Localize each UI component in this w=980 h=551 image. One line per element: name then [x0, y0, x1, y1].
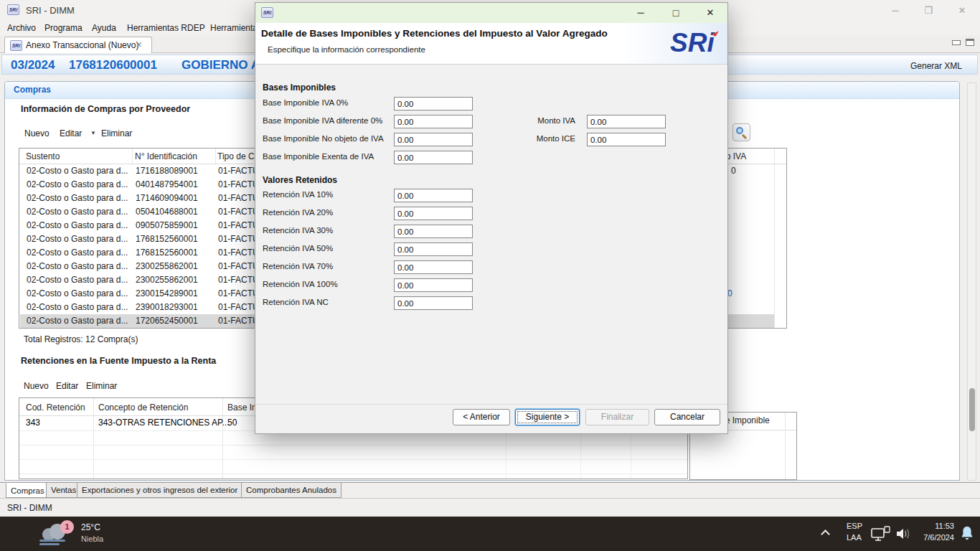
menu-archivo[interactable]: Archivo [7, 23, 36, 33]
row-divider [19, 474, 687, 474]
tray-time[interactable]: 11:53 [920, 522, 954, 530]
search-button[interactable] [732, 123, 750, 141]
maximize-view-icon[interactable] [966, 39, 974, 46]
bottom-tab-exportaciones[interactable]: Exportaciones y otros ingresos del exter… [77, 483, 242, 498]
screen: SRi SRI - DIMM ─ ❐ ✕ Archivo Programa Ay… [0, 0, 980, 551]
col-identificacion[interactable]: N° Identificación [135, 151, 197, 161]
retencion-iva-30-input[interactable] [394, 225, 473, 238]
dialog-titlebar: SRi ─ □ ✕ [255, 3, 727, 23]
notification-badge: 1 [60, 520, 74, 534]
dialog-minimize-icon[interactable]: ─ [632, 6, 649, 19]
row-divider [19, 445, 687, 446]
tray-chevron-icon[interactable] [821, 529, 830, 539]
search-icon [736, 127, 743, 134]
retencion-iva-50-input[interactable] [394, 242, 473, 256]
tab-anexo-transaccional[interactable]: SRi Anexo Transaccional (Nuevo) ✕ [4, 37, 152, 53]
restore-window-icon[interactable]: ❐ [918, 4, 939, 17]
language-indicator-line1[interactable]: ESP [847, 522, 862, 530]
network-icon[interactable] [871, 526, 891, 543]
total-registros: Total Registros: 12 Compra(s) [24, 334, 138, 344]
monto-ice-input[interactable] [587, 133, 666, 146]
retencion-iva-20-input[interactable] [394, 207, 473, 220]
generar-xml-button[interactable]: Generar XML [910, 61, 962, 71]
menu-herramientas-rdep[interactable]: Herramientas RDEP [127, 23, 205, 33]
weather-temp: 25°C [81, 522, 100, 532]
tab-icon: SRi [10, 40, 22, 51]
menu-programa[interactable]: Programa [44, 23, 83, 33]
status-text: SRI - DIMM [7, 503, 52, 513]
compras-editar-button[interactable]: Editar [60, 128, 82, 138]
base-exenta-input[interactable] [394, 151, 473, 164]
monto-iva-cell: 0 [731, 166, 736, 176]
compras-section-label[interactable]: Compras [14, 85, 51, 95]
dialog-icon: SRi [261, 7, 273, 18]
finalizar-button[interactable]: Finalizar [585, 409, 649, 425]
col-cod-retencion[interactable]: Cod. Retención [26, 402, 85, 413]
sri-logo: SRi [670, 25, 726, 61]
language-indicator-line2[interactable]: LAA [847, 533, 862, 542]
col-divider [785, 413, 786, 479]
dialog-header: Detalle de Bases Imponibles y Retencione… [255, 23, 727, 65]
compras-eliminar-button[interactable]: Eliminar [101, 128, 132, 138]
retencion-iva-10-input[interactable] [394, 189, 473, 202]
app-icon: SRi [7, 4, 19, 15]
dialog-maximize-icon[interactable]: □ [667, 6, 684, 19]
field-label: Retención IVA 50% [263, 244, 333, 253]
bottom-tab-ventas[interactable]: Ventas [46, 483, 81, 498]
tray-date[interactable]: 7/6/2024 [913, 533, 954, 542]
cancelar-button[interactable]: Cancelar [654, 409, 720, 425]
dialog-subtitle: Especifique la información correspondien… [268, 45, 425, 54]
compras-nuevo-button[interactable]: Nuevo [24, 128, 50, 138]
base-no-objeto-input[interactable] [394, 133, 473, 146]
notification-bell-icon[interactable] [960, 525, 974, 542]
field-label: Retención IVA 30% [263, 226, 333, 235]
weather-widget[interactable]: 1 25°C Niebla [0, 517, 187, 551]
retenidos-heading: Valores Retenidos [263, 175, 337, 185]
ret-eliminar-button[interactable]: Eliminar [86, 381, 117, 391]
speaker-icon[interactable] [895, 527, 913, 541]
entity-name: GOBIERNO A [182, 58, 260, 72]
monto-ice-label: Monto ICE [521, 134, 575, 143]
siguiente-button[interactable]: Siguiente > [515, 409, 580, 425]
bottom-tabstrip: Compras Ventas Exportaciones y otros ing… [0, 482, 980, 498]
dialog-title: Detalle de Bases Imponibles y Retencione… [261, 28, 608, 39]
col-divider [132, 149, 133, 164]
field-label: Retención IVA 70% [263, 262, 333, 270]
tab-close-icon[interactable]: ✕ [136, 40, 142, 50]
monto-iva-input[interactable] [587, 115, 666, 128]
bottom-tab-comprobantes-anulados[interactable]: Comprobantes Anulados [241, 483, 341, 498]
field-label: Base Imponible IVA 0% [263, 98, 348, 107]
base-iva-0-input[interactable] [394, 97, 473, 110]
field-label: Base Imponible IVA diferente 0% [263, 116, 382, 125]
col-divider [222, 398, 223, 479]
bottom-tab-compras[interactable]: Compras [6, 483, 50, 498]
minimize-window-icon[interactable]: ─ [885, 4, 906, 17]
anterior-button[interactable]: < Anterior [453, 409, 510, 425]
partial-link-value[interactable]: 0 [727, 288, 732, 298]
ret-editar-button[interactable]: Editar [56, 381, 78, 391]
menu-ayuda[interactable]: Ayuda [92, 23, 116, 33]
field-label: Retención IVA 100% [263, 280, 338, 288]
search-icon-handle [742, 134, 747, 139]
editar-dropdown-icon[interactable]: ▼ [90, 130, 96, 136]
dialog-close-icon[interactable]: ✕ [702, 6, 719, 19]
close-window-icon[interactable]: ✕ [951, 4, 973, 17]
compras-title: Información de Compras por Proveedor [21, 104, 190, 114]
scrollbar-thumb[interactable] [969, 388, 975, 431]
retencion-iva-70-input[interactable] [394, 260, 473, 274]
retencion-iva-100-input[interactable] [394, 278, 473, 292]
field-label: Base Imponible No objeto de IVA [263, 134, 384, 143]
ruc-value: 1768120600001 [69, 58, 157, 72]
col-concepto[interactable]: Concepto de Retención [98, 402, 188, 413]
dialog-footer: < Anterior Siguiente > Finalizar Cancela… [255, 404, 727, 433]
vertical-scrollbar[interactable] [967, 83, 976, 481]
row-divider [19, 459, 687, 460]
col-sustento[interactable]: Sustento [26, 151, 60, 161]
retencion-iva-nc-input[interactable] [394, 296, 473, 310]
col-divider [774, 149, 775, 328]
col-divider [93, 398, 94, 479]
base-iva-diferente-input[interactable] [394, 115, 473, 128]
iva-detail-dialog: SRi ─ □ ✕ Detalle de Bases Imponibles y … [255, 2, 728, 434]
minimize-view-icon[interactable] [952, 40, 961, 45]
ret-nuevo-button[interactable]: Nuevo [24, 381, 49, 391]
